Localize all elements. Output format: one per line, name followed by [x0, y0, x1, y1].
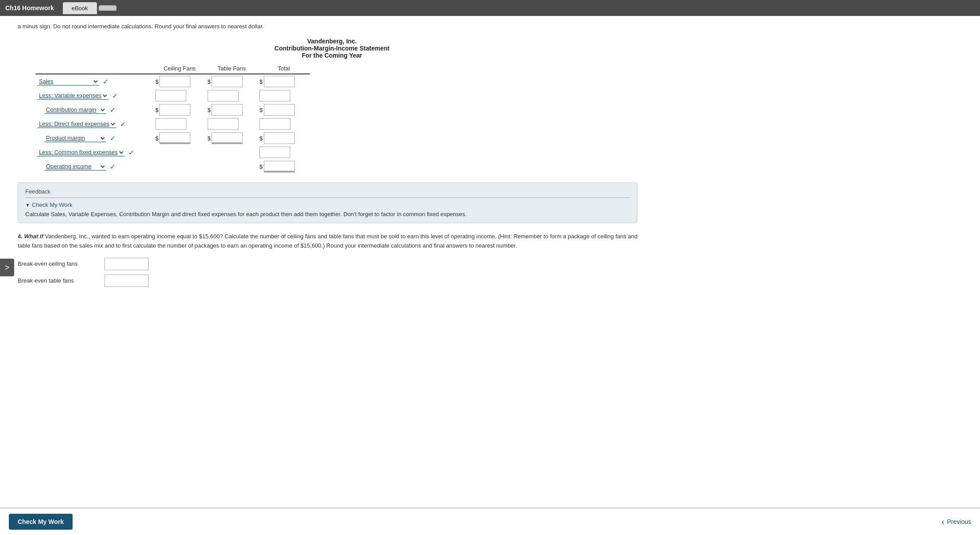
table-row: Operating income ✓ $ [35, 159, 310, 174]
table-header-row: Ceiling Fans Table Fans Total [35, 63, 310, 74]
cm-total-input[interactable] [264, 104, 295, 116]
sales-ceiling-field: $ [155, 76, 204, 87]
direct-fixed-select[interactable]: Less: Direct fixed expenses [37, 120, 116, 128]
table-row: Sales ✓ $ $ [35, 74, 310, 89]
dfe-total-input[interactable] [259, 118, 290, 130]
check-my-work-label: Check My Work [32, 202, 73, 208]
company-name: Vandenberg, Inc. [18, 38, 646, 45]
check-my-work-header: ▼ Check My Work [25, 202, 630, 208]
dfe-table-input[interactable] [208, 118, 239, 130]
cm-total-field: $ [259, 104, 308, 116]
common-fixed-select[interactable]: Less: Common fixed expenses [37, 148, 125, 156]
check-variable: ✓ [112, 92, 118, 100]
break-even-table-input[interactable] [104, 275, 149, 287]
q4-text1: Vandenberg, Inc., wanted to earn operati… [18, 233, 637, 249]
sales-table-input[interactable] [212, 76, 243, 87]
break-even-table-row: Break-even table fans [18, 275, 646, 287]
sales-total-input[interactable] [264, 76, 295, 87]
pm-total-field: $ [259, 132, 308, 144]
triangle-icon: ▼ [25, 202, 30, 208]
sales-ceiling-input[interactable] [159, 76, 190, 87]
dfe-ceiling-input[interactable] [155, 118, 186, 130]
check-pm: ✓ [110, 134, 116, 143]
intro-text: a minus sign. Do not round intermediate … [18, 23, 646, 30]
statement-title: Contribution-Margin-Income Statement [18, 45, 646, 52]
contribution-margin-select[interactable]: Contribution margin [44, 106, 106, 114]
table-row: Less: Direct fixed expenses ✓ [35, 117, 310, 131]
feedback-box: Feedback ▼ Check My Work Calculate Sales… [18, 182, 637, 223]
cm-table-input[interactable] [212, 104, 243, 116]
main-content: a minus sign. Do not round intermediate … [0, 16, 664, 303]
app-title: Ch16 Homework [5, 4, 54, 12]
top-bar: Ch16 Homework eBook [0, 0, 980, 16]
pm-ceiling-field: $ [155, 132, 204, 144]
cm-table-field: $ [208, 104, 256, 116]
q4-what-if: What if [24, 233, 43, 240]
break-even-ceiling-label: Break-even ceiling fans [18, 260, 97, 267]
break-even-table-label: Break-even table fans [18, 277, 97, 284]
sales-total-field: $ [259, 76, 308, 87]
table-row: Less: Variable expenses ✓ [35, 89, 310, 103]
feedback-label: Feedback [25, 188, 630, 198]
variable-expenses-select[interactable]: Less: Variable expenses [37, 92, 108, 100]
col-total: Total [258, 63, 310, 74]
cm-ceiling-field: $ [155, 104, 204, 116]
tab-ebook[interactable]: eBook [63, 2, 97, 14]
check-cm: ✓ [110, 106, 116, 114]
var-total-input[interactable] [259, 90, 290, 101]
sales-select[interactable]: Sales [37, 78, 99, 85]
tab-second[interactable] [99, 5, 116, 11]
check-common-fixed: ✓ [128, 148, 134, 157]
break-even-ceiling-row: Break-even ceiling fans [18, 258, 646, 270]
oi-total-field: $ [259, 161, 308, 172]
pm-table-field: $ [208, 132, 256, 144]
table-row: Less: Common fixed expenses ✓ [35, 145, 310, 159]
company-header: Vandenberg, Inc. Contribution-Margin-Inc… [18, 38, 646, 59]
col-ceiling: Ceiling Fans [154, 63, 206, 74]
check-sales: ✓ [103, 78, 108, 86]
cfe-total-input[interactable] [259, 147, 290, 158]
question4-text: 4. What if Vandenberg, Inc., wanted to e… [18, 232, 646, 251]
feedback-text: Calculate Sales, Variable Expenses, Cont… [25, 211, 630, 217]
oi-total-input[interactable] [264, 161, 295, 172]
check-oi: ✓ [110, 163, 116, 171]
pm-total-input[interactable] [264, 132, 295, 144]
operating-income-select[interactable]: Operating income [44, 163, 106, 171]
cm-ceiling-input[interactable] [159, 104, 190, 116]
var-table-input[interactable] [208, 90, 239, 101]
sales-table-field: $ [208, 76, 256, 87]
table-row: Product margin ✓ $ $ [35, 131, 310, 145]
income-table: Ceiling Fans Table Fans Total Sales ✓ [35, 63, 310, 174]
product-margin-select[interactable]: Product margin [44, 134, 106, 142]
var-ceiling-input[interactable] [155, 90, 186, 101]
nav-arrow-left[interactable]: > [0, 259, 14, 276]
table-row: Contribution margin ✓ $ $ [35, 103, 310, 117]
col-table: Table Fans [206, 63, 258, 74]
pm-ceiling-input[interactable] [159, 132, 190, 144]
break-even-ceiling-input[interactable] [104, 258, 149, 270]
pm-table-input[interactable] [212, 132, 243, 144]
period: For the Coming Year [18, 52, 646, 59]
q4-number: 4. [18, 233, 23, 240]
question4-block: 4. What if Vandenberg, Inc., wanted to e… [18, 232, 646, 287]
check-direct-fixed: ✓ [120, 120, 126, 128]
